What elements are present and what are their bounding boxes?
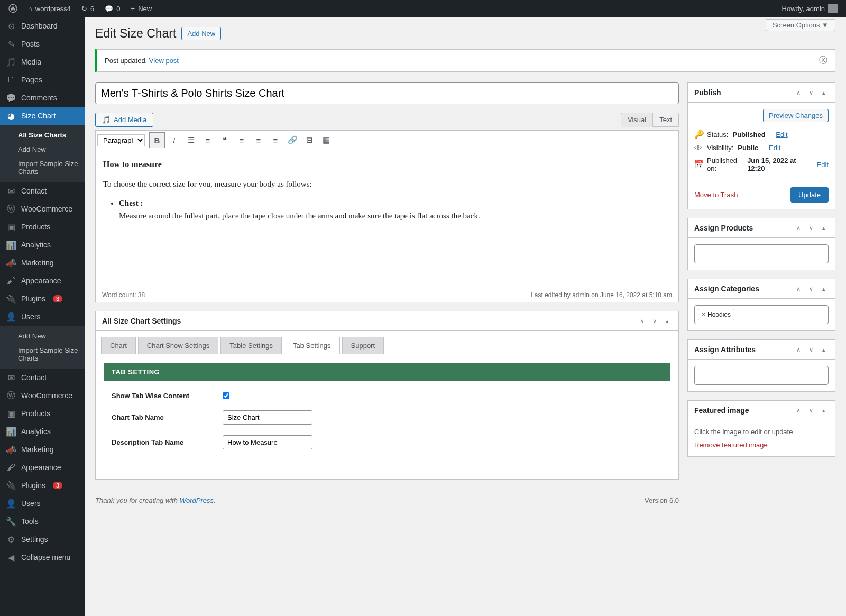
desc-tab-name-input[interactable] xyxy=(223,435,312,449)
panel-toggle[interactable]: ▴ xyxy=(663,318,672,325)
menu-appearance-2[interactable]: 🖌Appearance xyxy=(0,458,85,476)
menu-analytics[interactable]: 📊Analytics xyxy=(0,236,85,254)
menu-contact[interactable]: ✉Contact xyxy=(0,182,85,200)
collapse-icon: ◀ xyxy=(6,553,16,562)
tab-support[interactable]: Support xyxy=(342,337,384,354)
panel-up[interactable]: ∧ xyxy=(794,286,803,292)
content-intro: To choose the correct size for you, meas… xyxy=(103,178,671,190)
more-button[interactable]: ⊟ xyxy=(301,132,317,148)
move-to-trash[interactable]: Move to Trash xyxy=(694,191,738,199)
assign-products-input[interactable] xyxy=(694,244,829,263)
menu-appearance[interactable]: 🖌Appearance xyxy=(0,272,85,290)
align-center-button[interactable]: ≡ xyxy=(251,132,266,148)
menu-marketing-2[interactable]: 📣Marketing xyxy=(0,440,85,458)
assign-attributes-input[interactable] xyxy=(694,366,829,385)
panel-down[interactable]: ∨ xyxy=(806,286,816,292)
menu-contact-2[interactable]: ✉Contact xyxy=(0,369,85,387)
edit-date-link[interactable]: Edit xyxy=(817,161,829,169)
panel-up[interactable]: ∧ xyxy=(794,407,803,414)
menu-woocommerce[interactable]: ⓦWooCommerce xyxy=(0,200,85,218)
menu-products[interactable]: ▣Products xyxy=(0,218,85,236)
tab-text[interactable]: Text xyxy=(652,113,679,127)
add-new-button[interactable]: Add New xyxy=(181,27,221,40)
tab-tab-settings[interactable]: Tab Settings xyxy=(284,337,340,354)
assign-categories-input[interactable]: ×Hoodies xyxy=(694,305,829,324)
wp-logo[interactable]: ⓦ xyxy=(4,0,22,17)
desc-tab-name-label: Description Tab Name xyxy=(112,438,223,446)
panel-toggle[interactable]: ▴ xyxy=(819,346,829,353)
quote-button[interactable]: ❝ xyxy=(217,132,233,148)
numbered-list-button[interactable]: ≡ xyxy=(200,132,216,148)
submenu-add-new[interactable]: Add New xyxy=(0,142,85,157)
update-button[interactable]: Update xyxy=(790,187,829,203)
panel-down[interactable]: ∨ xyxy=(806,225,816,232)
panel-up[interactable]: ∧ xyxy=(637,318,647,325)
updates-link[interactable]: ↻6 xyxy=(77,0,98,17)
menu-plugins-2[interactable]: 🔌Plugins3 xyxy=(0,476,85,494)
comments-link[interactable]: 💬0 xyxy=(100,0,124,17)
post-title-input[interactable] xyxy=(95,82,679,104)
link-button[interactable]: 🔗 xyxy=(284,132,300,148)
menu-users-2[interactable]: 👤Users xyxy=(0,494,85,512)
menu-users[interactable]: 👤Users xyxy=(0,308,85,326)
menu-media[interactable]: 🎵Media xyxy=(0,53,85,71)
visibility-label: Visibility: xyxy=(707,144,733,152)
menu-posts[interactable]: ✎Posts xyxy=(0,35,85,53)
screen-options-button[interactable]: Screen Options ▼ xyxy=(766,19,835,31)
edit-status-link[interactable]: Edit xyxy=(776,131,787,139)
show-tab-wise-checkbox[interactable] xyxy=(223,392,229,399)
chart-tab-name-input[interactable] xyxy=(223,410,312,425)
panel-toggle[interactable]: ▴ xyxy=(819,286,829,292)
submenu-all-size-charts[interactable]: All Size Charts xyxy=(0,128,85,142)
published-label: Published on: xyxy=(707,157,743,172)
tab-visual[interactable]: Visual xyxy=(621,113,652,127)
view-post-link[interactable]: View post xyxy=(149,57,179,65)
menu-size-chart[interactable]: ◕Size Chart xyxy=(0,107,85,125)
panel-up[interactable]: ∧ xyxy=(794,225,803,232)
panel-down[interactable]: ∨ xyxy=(806,346,816,353)
tab-chart[interactable]: Chart xyxy=(101,337,136,354)
panel-down[interactable]: ∨ xyxy=(806,407,816,414)
submenu-add-new-2[interactable]: Add New xyxy=(0,329,85,343)
menu-comments[interactable]: 💬Comments xyxy=(0,89,85,107)
format-select[interactable]: Paragraph xyxy=(97,134,145,146)
site-home-link[interactable]: ⌂wordpress4 xyxy=(24,0,75,17)
menu-marketing[interactable]: 📣Marketing xyxy=(0,254,85,272)
bullet-list-button[interactable]: ☰ xyxy=(183,132,199,148)
panel-toggle[interactable]: ▴ xyxy=(819,225,829,232)
submenu-import-sample-2[interactable]: Import Sample Size Charts xyxy=(0,343,85,365)
panel-toggle[interactable]: ▴ xyxy=(819,89,829,96)
preview-changes-button[interactable]: Preview Changes xyxy=(763,109,829,122)
menu-woocommerce-2[interactable]: ⓦWooCommerce xyxy=(0,387,85,404)
submenu-import-sample[interactable]: Import Sample Size Charts xyxy=(0,157,85,179)
wordpress-link[interactable]: WordPress xyxy=(180,497,214,504)
panel-up[interactable]: ∧ xyxy=(794,346,803,353)
align-right-button[interactable]: ≡ xyxy=(268,132,283,148)
notice-dismiss[interactable]: ⓧ xyxy=(819,55,827,66)
menu-collapse[interactable]: ◀Collapse menu xyxy=(0,548,85,566)
menu-settings[interactable]: ⚙Settings xyxy=(0,530,85,548)
tab-table[interactable]: Table Settings xyxy=(220,337,282,354)
remove-featured-link[interactable]: Remove featured image xyxy=(694,441,768,449)
panel-toggle[interactable]: ▴ xyxy=(819,407,829,414)
italic-button[interactable]: I xyxy=(166,132,182,148)
toolbar-toggle-button[interactable]: ▦ xyxy=(318,132,334,148)
align-left-button[interactable]: ≡ xyxy=(234,132,250,148)
add-media-button[interactable]: 🎵Add Media xyxy=(95,113,153,127)
bold-button[interactable]: B xyxy=(149,132,165,148)
tab-chart-show[interactable]: Chart Show Settings xyxy=(138,337,219,354)
menu-dashboard[interactable]: ⊙Dashboard xyxy=(0,17,85,35)
panel-up[interactable]: ∧ xyxy=(794,89,803,96)
menu-analytics-2[interactable]: 📊Analytics xyxy=(0,422,85,440)
menu-pages[interactable]: 🗎Pages xyxy=(0,71,85,89)
new-link[interactable]: +New xyxy=(127,0,157,17)
editor-content[interactable]: How to measure To choose the correct siz… xyxy=(96,150,678,288)
menu-tools[interactable]: 🔧Tools xyxy=(0,512,85,530)
remove-token[interactable]: × xyxy=(702,311,705,318)
edit-visibility-link[interactable]: Edit xyxy=(769,144,780,152)
menu-products-2[interactable]: ▣Products xyxy=(0,404,85,422)
panel-down[interactable]: ∨ xyxy=(806,89,816,96)
menu-plugins[interactable]: 🔌Plugins3 xyxy=(0,290,85,308)
user-menu[interactable]: Howdy, admin xyxy=(778,0,842,17)
panel-down[interactable]: ∨ xyxy=(650,318,659,325)
